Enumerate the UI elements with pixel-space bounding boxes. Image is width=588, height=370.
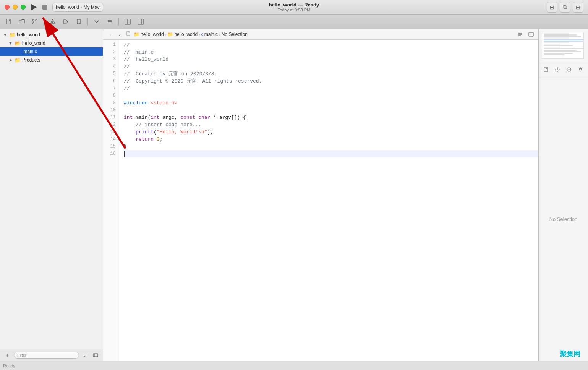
add-folder-icon	[19, 19, 25, 25]
inspector-top	[539, 29, 588, 62]
filter-input[interactable]	[14, 352, 79, 359]
breadcrumb-right-buttons	[516, 30, 535, 39]
bookmark-icon	[76, 19, 82, 25]
code-line-2: // main.c	[124, 49, 538, 56]
code-line-14: return 0;	[124, 136, 538, 143]
svg-rect-16	[93, 354, 98, 357]
task-button[interactable]	[104, 16, 115, 27]
line-num-2: 2	[103, 49, 119, 56]
line-num-15: 15	[103, 143, 119, 150]
minimap	[542, 32, 584, 59]
scheme-separator: ›	[81, 5, 82, 10]
breadcrumb-no-selection[interactable]: No Selection	[222, 32, 248, 37]
help-button[interactable]: ?	[564, 65, 574, 75]
line-num-5: 5	[103, 70, 119, 78]
svg-rect-24	[544, 67, 548, 72]
file-breadcrumb-icon	[126, 31, 131, 36]
toolbar-separator-1	[44, 18, 44, 26]
nav-forward-button[interactable]: ›	[115, 30, 124, 39]
breakpoint-icon	[63, 19, 69, 25]
scheme-dest: My Mac	[84, 5, 100, 10]
toolbar	[0, 15, 588, 29]
layout-split-button[interactable]	[122, 16, 133, 27]
code-line-11: int main(int argc, const char * argv[]) …	[124, 114, 538, 121]
code-editor[interactable]: 1 2 3 4 5 6 7 8 9 10 11 12 13 14 15 16 /…	[103, 40, 538, 361]
inspector-toggle-button[interactable]	[135, 16, 146, 27]
svg-rect-18	[127, 31, 130, 36]
breadcrumb-hello-world-1[interactable]: 📁 hello_world	[134, 32, 164, 37]
location-button[interactable]	[575, 65, 585, 75]
line-num-1: 1	[103, 41, 119, 49]
new-file-button[interactable]	[3, 16, 15, 27]
run-button[interactable]	[29, 3, 39, 12]
panel-toggle-button[interactable]: ⊞	[573, 2, 583, 13]
line-num-7: 7	[103, 85, 119, 92]
add-folder-button[interactable]	[16, 16, 28, 27]
title-sub: Today at 9:53 PM	[278, 8, 311, 12]
tree-arrow-root: ▶	[3, 32, 8, 37]
sidebar-footer: +	[0, 349, 103, 361]
filter-options-button[interactable]	[91, 351, 100, 359]
jump-bar-icon	[94, 19, 100, 25]
task-icon	[107, 19, 113, 25]
line-num-4: 4	[103, 63, 119, 70]
close-button[interactable]	[5, 5, 10, 10]
jump-bar-button[interactable]	[91, 16, 102, 27]
history-button[interactable]	[552, 65, 562, 75]
main-container: ▶ 📁 hello_world ▶ 📂 hello_world ▶ c main…	[0, 29, 588, 361]
code-line-3: // hello_world	[124, 56, 538, 63]
related-files-button[interactable]	[516, 30, 525, 39]
layout-button[interactable]: ⧉	[560, 2, 570, 13]
minimize-button[interactable]	[13, 5, 18, 10]
sort-button[interactable]	[81, 351, 90, 359]
line-num-8: 8	[103, 92, 119, 99]
line-num-12: 12	[103, 121, 119, 128]
warning-button[interactable]	[47, 16, 58, 27]
minimap-line-4	[544, 37, 569, 39]
window-title: hello_world — Ready Today at 9:53 PM	[269, 2, 319, 12]
scheme-selector[interactable]: hello_world › My Mac	[52, 3, 103, 12]
main-c-label: main.c	[24, 49, 37, 54]
stop-icon	[42, 5, 47, 10]
line-num-9: 9	[103, 99, 119, 107]
stop-button[interactable]	[40, 3, 49, 12]
breakpoint-button[interactable]	[60, 16, 71, 27]
nav-back-button[interactable]: ‹	[106, 30, 115, 39]
sidebar-toggle-button[interactable]: ⊟	[547, 2, 557, 13]
breadcrumb-hello-world-2[interactable]: 📁 hello_world	[167, 32, 198, 37]
line-num-13: 13	[103, 128, 119, 136]
related-files-icon	[518, 32, 523, 37]
code-content[interactable]: // // main.c // hello_world // // Create…	[119, 40, 538, 361]
svg-rect-11	[138, 19, 143, 24]
status-text: Ready	[3, 364, 15, 368]
tree-item-main-c[interactable]: ▶ c main.c	[0, 47, 103, 56]
history-icon	[555, 67, 560, 72]
scheme-name: hello_world	[56, 5, 79, 10]
tree-item-hello-world-folder[interactable]: ▶ 📂 hello_world	[0, 39, 103, 47]
file-tree: ▶ 📁 hello_world ▶ 📂 hello_world ▶ c main…	[0, 29, 103, 349]
svg-point-1	[32, 19, 34, 21]
file-inspector-button[interactable]	[541, 65, 551, 75]
minimap-line-2	[544, 34, 577, 36]
tree-arrow-hello-world: ▶	[8, 41, 13, 45]
maximize-button[interactable]	[21, 5, 26, 10]
minimap-line-11	[544, 48, 584, 49]
source-control-button[interactable]	[29, 16, 40, 27]
assistant-editor-button[interactable]	[527, 30, 535, 39]
inspector-icon-bar: ?	[539, 62, 588, 77]
code-line-4: //	[124, 63, 538, 70]
svg-point-2	[32, 23, 34, 24]
tree-item-products[interactable]: ▶ 📁 Products	[0, 56, 103, 64]
code-line-13: printf("Hello, World!\n");	[124, 128, 538, 136]
titlebar: hello_world › My Mac hello_world — Ready…	[0, 0, 588, 15]
location-icon	[578, 67, 583, 72]
add-button[interactable]: +	[3, 351, 11, 359]
sort-icon	[83, 352, 88, 358]
tree-item-root[interactable]: ▶ 📁 hello_world	[0, 31, 103, 39]
minimap-line-9	[544, 45, 573, 46]
bookmark-button[interactable]	[73, 16, 84, 27]
line-num-10: 10	[103, 107, 119, 114]
inspector-panel: ? No Selection	[538, 29, 588, 361]
code-line-6: // Copyright © 2020 元官. All rights reser…	[124, 78, 538, 85]
breadcrumb-main-c[interactable]: c main.c	[201, 32, 218, 37]
